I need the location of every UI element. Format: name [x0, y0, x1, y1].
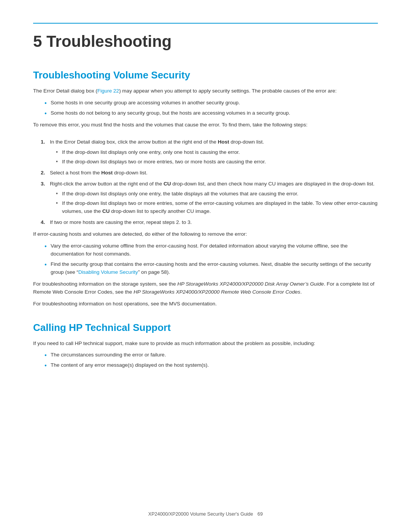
footer-text: XP24000/XP20000 Volume Security User's G…: [148, 511, 253, 517]
step-4-text: If two or more hosts are causing the err…: [50, 219, 192, 225]
remedy-item-2: Find the security group that contains th…: [45, 260, 378, 276]
if-error-detected-text: If error-causing hosts and volumes are d…: [33, 230, 378, 238]
remedy-item-1: Vary the error-causing volume offline fr…: [45, 242, 378, 258]
step-3-sub-1: If the drop-down list displays only one …: [56, 190, 378, 198]
step-1-subitems: If the drop-down list displays only one …: [56, 149, 378, 166]
step-4: If two or more hosts are causing the err…: [41, 219, 378, 227]
figure-22-link[interactable]: Figure 22: [97, 88, 119, 94]
mvs-text: For troubleshooting information on host …: [33, 300, 378, 308]
cause-item-2: Some hosts do not belong to any security…: [45, 109, 378, 117]
for-troubleshooting-paragraph: For troubleshooting information on the s…: [33, 280, 378, 296]
calling-hp-bullet-1: The circumstances surrounding the error …: [45, 351, 378, 359]
calling-hp-technical-support-section: Calling HP Technical Support If you need…: [33, 322, 378, 370]
step-2: Select a host from the Host drop-down li…: [41, 169, 378, 177]
troubleshooting-volume-security-section: Troubleshooting Volume Security The Erro…: [33, 69, 378, 308]
page-number: 69: [258, 511, 263, 517]
remedy-list: Vary the error-causing volume offline fr…: [45, 242, 378, 276]
footer: XP24000/XP20000 Volume Security User's G…: [0, 511, 411, 517]
step-1-text: In the Error Detail dialog box, click th…: [50, 139, 264, 145]
section-title-calling-hp: Calling HP Technical Support: [33, 322, 378, 334]
step-3-text: Right-click the arrow button at the righ…: [50, 181, 374, 187]
page-container: 5 Troubleshooting Troubleshooting Volume…: [0, 0, 411, 532]
calling-hp-bullet-2: The content of any error message(s) disp…: [45, 361, 378, 369]
section-title-troubleshooting: Troubleshooting Volume Security: [33, 69, 378, 81]
top-rule: [33, 23, 378, 24]
remove-error-text: To remove this error, you must find the …: [33, 121, 378, 129]
step-2-bold: Host: [101, 170, 113, 176]
calling-hp-bullets: The circumstances surrounding the error …: [45, 351, 378, 369]
intro-text-before-link: The Error Detail dialog box (: [33, 88, 97, 94]
italic-ref-1: HP StorageWorks XP24000/XP20000 Disk Arr…: [177, 281, 324, 287]
disabling-volume-security-link[interactable]: Disabling Volume Security: [78, 269, 138, 275]
step-3-subitems: If the drop-down list displays only one …: [56, 190, 378, 216]
steps-list: In the Error Detail dialog box, click th…: [41, 138, 378, 227]
causes-list: Some hosts in one security group are acc…: [45, 99, 378, 117]
italic-ref-2: HP StorageWorks XP24000/XP20000 Remote W…: [134, 289, 300, 295]
step-3-bold: CU: [164, 181, 171, 187]
step-1-sub-2: If the drop-down list displays two or mo…: [56, 158, 378, 166]
cause-item-1: Some hosts in one security group are acc…: [45, 99, 378, 107]
calling-hp-intro: If you need to call HP technical support…: [33, 340, 378, 348]
step-3-sub-2: If the drop-down list displays two or mo…: [56, 200, 378, 216]
intro-text-after-link: ) may appear when you attempt to apply s…: [119, 88, 337, 94]
step-1-bold: Host: [218, 139, 229, 145]
step-3: Right-click the arrow button at the righ…: [41, 180, 378, 216]
chapter-title: 5 Troubleshooting: [33, 33, 378, 50]
step-3-sub-2-bold: CU: [102, 208, 110, 214]
step-1-sub-1: If the drop-down list displays only one …: [56, 149, 378, 157]
intro-paragraph: The Error Detail dialog box (Figure 22) …: [33, 87, 378, 95]
step-1: In the Error Detail dialog box, click th…: [41, 138, 378, 166]
step-2-text: Select a host from the Host drop-down li…: [50, 170, 148, 176]
